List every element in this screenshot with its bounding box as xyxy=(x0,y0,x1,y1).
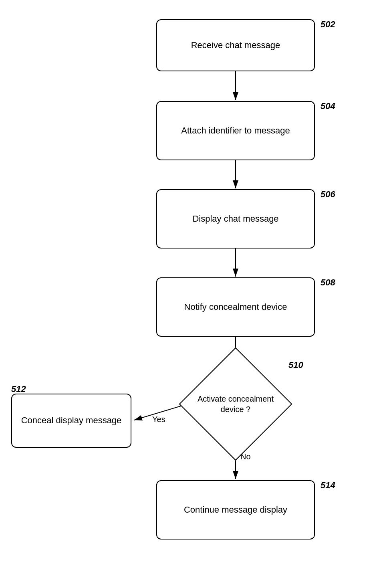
node-512: Conceal display message xyxy=(11,394,131,448)
ref-502: 502 xyxy=(321,19,335,30)
ref-512: 512 xyxy=(11,384,26,394)
flowchart-container: Receive chat message 502 Attach identifi… xyxy=(0,0,381,588)
ref-514: 514 xyxy=(321,480,335,491)
ref-510: 510 xyxy=(288,360,303,370)
ref-504: 504 xyxy=(321,101,335,111)
node-510: Activate concealment device ? xyxy=(192,360,280,448)
node-508: Notify concealment device xyxy=(156,277,315,337)
diamond-text: Activate concealment device ? xyxy=(192,390,280,418)
ref-508: 508 xyxy=(321,277,335,288)
node-504: Attach identifier to message xyxy=(156,101,315,160)
yes-label: Yes xyxy=(152,415,165,424)
no-label: No xyxy=(240,452,251,461)
node-514: Continue message display xyxy=(156,480,315,540)
node-506: Display chat message xyxy=(156,189,315,249)
node-502: Receive chat message xyxy=(156,19,315,71)
ref-506: 506 xyxy=(321,189,335,200)
